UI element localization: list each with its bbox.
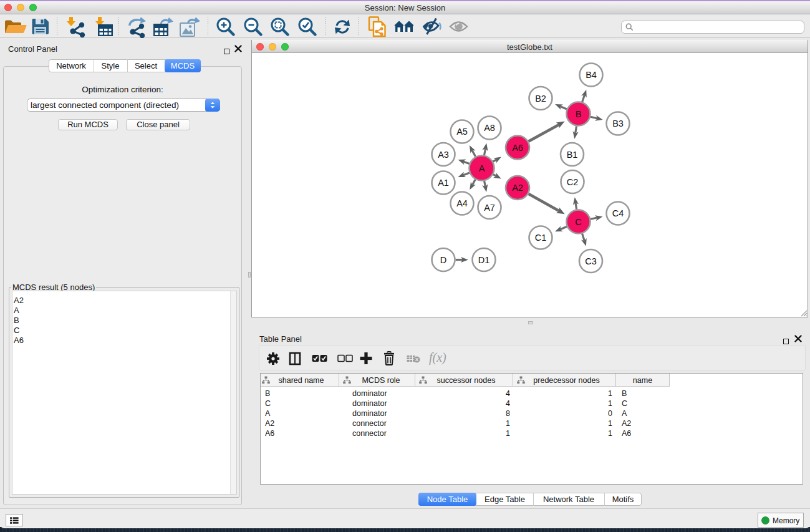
svg-text:B4: B4 xyxy=(586,70,597,80)
svg-text:A2: A2 xyxy=(512,183,523,193)
svg-text:B: B xyxy=(576,109,582,119)
svg-text:C2: C2 xyxy=(567,177,579,187)
svg-text:A8: A8 xyxy=(484,123,495,133)
svg-text:C4: C4 xyxy=(612,208,624,218)
svg-text:A5: A5 xyxy=(456,127,468,137)
svg-text:C1: C1 xyxy=(535,233,547,243)
svg-text:A7: A7 xyxy=(484,203,495,213)
svg-text:D: D xyxy=(440,255,446,265)
svg-text:A: A xyxy=(479,163,485,173)
svg-text:D1: D1 xyxy=(478,255,490,265)
svg-text:B3: B3 xyxy=(612,118,624,128)
svg-text:A1: A1 xyxy=(438,178,449,188)
svg-text:A6: A6 xyxy=(512,143,523,153)
svg-text:B2: B2 xyxy=(535,94,546,104)
svg-text:C: C xyxy=(575,217,581,227)
svg-text:A4: A4 xyxy=(456,198,468,208)
svg-text:C3: C3 xyxy=(585,256,597,266)
svg-text:A3: A3 xyxy=(438,150,449,160)
svg-text:B1: B1 xyxy=(567,150,578,160)
